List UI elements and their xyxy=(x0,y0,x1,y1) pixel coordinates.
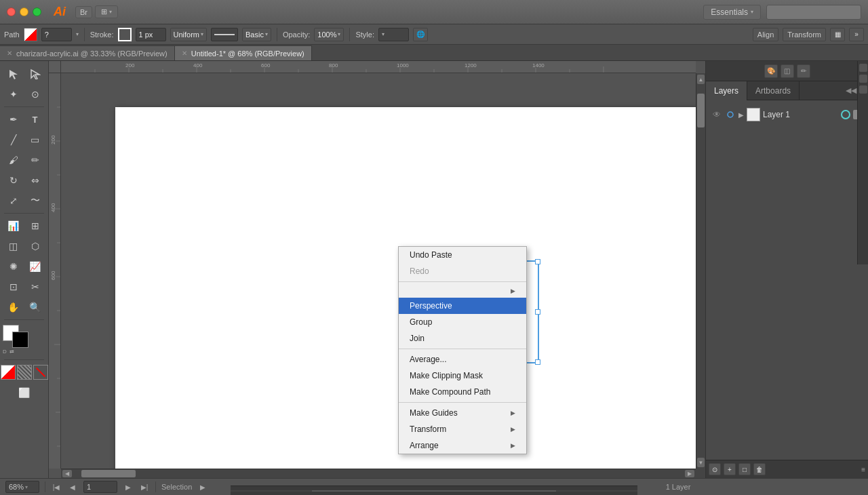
line-dropdown[interactable]: Basic ▾ xyxy=(242,28,271,41)
layer-name[interactable]: Layer 1 xyxy=(763,110,838,119)
lasso-tool[interactable]: ⊙ xyxy=(25,85,45,104)
layer-target-icon[interactable] xyxy=(725,109,736,120)
bridge-button[interactable]: Br xyxy=(75,6,92,18)
ctx-arrange[interactable]: Transform ▶ xyxy=(399,421,526,437)
stroke-color-swatch[interactable] xyxy=(12,332,28,348)
handle-br[interactable] xyxy=(535,359,540,365)
hscroll-thumb[interactable] xyxy=(81,470,136,477)
scroll-down-icon[interactable]: ▼ xyxy=(697,458,705,467)
panel-options-menu[interactable]: ≡ xyxy=(861,466,865,473)
status-arrow-icon[interactable]: ▶ xyxy=(197,481,208,492)
essentials-button[interactable]: Essentials ▾ xyxy=(703,5,761,20)
style-field[interactable]: ▾ xyxy=(378,28,409,41)
magic-wand-tool[interactable]: ✦ xyxy=(3,85,24,104)
nav-next-button[interactable]: ▶ xyxy=(123,481,134,492)
canvas-area[interactable]: Undo Paste Redo ▶ Perspective Group Join xyxy=(61,73,696,469)
ctx-average[interactable]: Join xyxy=(399,330,526,346)
scroll-right-icon[interactable]: ▶ xyxy=(685,470,694,477)
layers-tab[interactable]: Layers xyxy=(706,81,747,100)
brush-dropdown[interactable]: Uniform ▾ xyxy=(170,28,208,41)
view-button[interactable]: ⊞ ▾ xyxy=(95,5,118,18)
ctx-make-compound-path[interactable]: Make Clipping Mask xyxy=(399,368,526,384)
stroke-swatch[interactable] xyxy=(118,28,132,41)
vertical-scrollbar[interactable]: ▲ ▼ xyxy=(696,73,705,469)
pattern-swatch[interactable] xyxy=(17,365,32,380)
gradient-panel-icon[interactable]: ◫ xyxy=(781,64,794,78)
search-input[interactable] xyxy=(766,5,861,20)
column-graph-tool[interactable]: 📈 xyxy=(25,257,45,276)
more-options-icon[interactable]: ▦ xyxy=(830,28,845,41)
edge-icon-3[interactable] xyxy=(859,85,867,94)
slice-tool[interactable]: ✂ xyxy=(25,277,45,296)
stroke-panel-icon[interactable]: ✏ xyxy=(797,64,810,78)
direct-selection-tool[interactable] xyxy=(25,64,45,83)
make-sub-layer-icon[interactable]: + xyxy=(724,463,736,475)
create-new-layer-icon[interactable]: □ xyxy=(738,463,751,475)
opacity-dropdown[interactable]: 100% ▾ xyxy=(314,28,344,41)
nav-prev-button[interactable]: ◀ xyxy=(67,481,78,492)
options-expand-icon[interactable]: » xyxy=(849,28,864,41)
handle-tr[interactable] xyxy=(535,259,540,264)
stroke-value[interactable]: 1 px xyxy=(136,28,166,41)
selection-tool[interactable] xyxy=(3,64,24,83)
nav-last-button[interactable]: ▶| xyxy=(139,481,150,492)
rotate-tool[interactable]: ↻ xyxy=(3,171,24,190)
tab-close-charizard[interactable]: ✕ xyxy=(7,50,12,57)
ctx-undo-paste[interactable]: Undo Paste xyxy=(399,247,526,263)
ctx-select[interactable]: Arrange ▶ xyxy=(399,437,526,454)
graph-tool[interactable]: 📊 xyxy=(3,216,24,235)
panel-expand-icon[interactable]: ◀◀ xyxy=(846,86,856,95)
tab-untitled[interactable]: ✕ Untitled-1* @ 68% (RGB/Preview) xyxy=(175,45,312,60)
ctx-make-clipping-mask[interactable]: Average... xyxy=(399,351,526,368)
mesh-tool[interactable]: ⊞ xyxy=(25,216,45,235)
artboards-tab[interactable]: Artboards xyxy=(747,81,800,100)
vscroll-thumb[interactable] xyxy=(697,94,705,127)
none-swatch[interactable] xyxy=(33,365,48,380)
ctx-group[interactable]: Perspective xyxy=(399,298,526,314)
scroll-left-icon[interactable]: ◀ xyxy=(62,470,72,477)
tab-charizard[interactable]: ✕ charizard-acrylic.ai @ 33.33% (RGB/Pre… xyxy=(0,45,175,60)
zoom-field[interactable]: 68% ▾ xyxy=(5,481,39,493)
align-button[interactable]: Align xyxy=(753,28,778,41)
close-button[interactable] xyxy=(7,7,16,16)
edge-icon-2[interactable] xyxy=(859,75,867,83)
edge-icon-1[interactable] xyxy=(859,64,867,72)
layer-visibility-toggle[interactable]: 👁 xyxy=(711,109,722,120)
fill-swatch[interactable] xyxy=(24,28,37,41)
symbol-tool[interactable]: ✺ xyxy=(3,257,24,276)
scroll-up-icon[interactable]: ▲ xyxy=(697,75,705,84)
pen-tool[interactable]: ✒ xyxy=(3,110,24,129)
minimize-button[interactable] xyxy=(20,7,28,16)
zoom-tool[interactable]: 🔍 xyxy=(25,298,45,317)
type-tool[interactable]: T xyxy=(25,110,45,129)
pencil-tool[interactable]: ✏ xyxy=(25,151,45,170)
gradient-tool[interactable]: ◫ xyxy=(3,237,24,256)
transform-button[interactable]: Transform xyxy=(783,28,826,41)
ctx-transform[interactable]: Make Guides ▶ xyxy=(399,405,526,421)
delete-layer-icon[interactable]: 🗑 xyxy=(753,463,766,475)
locate-object-icon[interactable]: ⊙ xyxy=(709,463,721,475)
color-panel-icon[interactable]: 🎨 xyxy=(764,64,778,78)
default-colors-icon[interactable]: D xyxy=(3,349,7,355)
artboard-tool[interactable]: ⊡ xyxy=(3,277,24,296)
maximize-button[interactable] xyxy=(33,7,41,16)
ctx-make-guides[interactable]: Make Compound Path xyxy=(399,384,526,400)
handle-mr[interactable] xyxy=(535,309,540,315)
mirror-tool[interactable]: ⇔ xyxy=(25,171,45,190)
layer-expand-arrow[interactable]: ▶ xyxy=(738,111,744,119)
swap-colors-icon[interactable]: ⇄ xyxy=(9,349,14,355)
paintbrush-tool[interactable]: 🖌 xyxy=(3,151,24,170)
blend-tool[interactable]: ⬡ xyxy=(25,237,45,256)
warp-tool[interactable]: 〜 xyxy=(25,191,45,210)
screen-mode-button[interactable]: ⬜ xyxy=(17,385,32,400)
tab-close-untitled[interactable]: ✕ xyxy=(182,50,187,57)
line-tool[interactable]: ╱ xyxy=(3,130,24,149)
nav-first-button[interactable]: |◀ xyxy=(51,481,62,492)
ctx-join[interactable]: Group xyxy=(399,314,526,330)
rect-tool[interactable]: ▭ xyxy=(25,130,45,149)
scale-tool[interactable]: ⤢ xyxy=(3,191,24,210)
hand-tool[interactable]: ✋ xyxy=(3,298,24,317)
globe-icon[interactable]: 🌐 xyxy=(413,28,428,41)
question-btn[interactable]: ? xyxy=(41,28,72,41)
gradient-swatch[interactable] xyxy=(1,365,16,380)
